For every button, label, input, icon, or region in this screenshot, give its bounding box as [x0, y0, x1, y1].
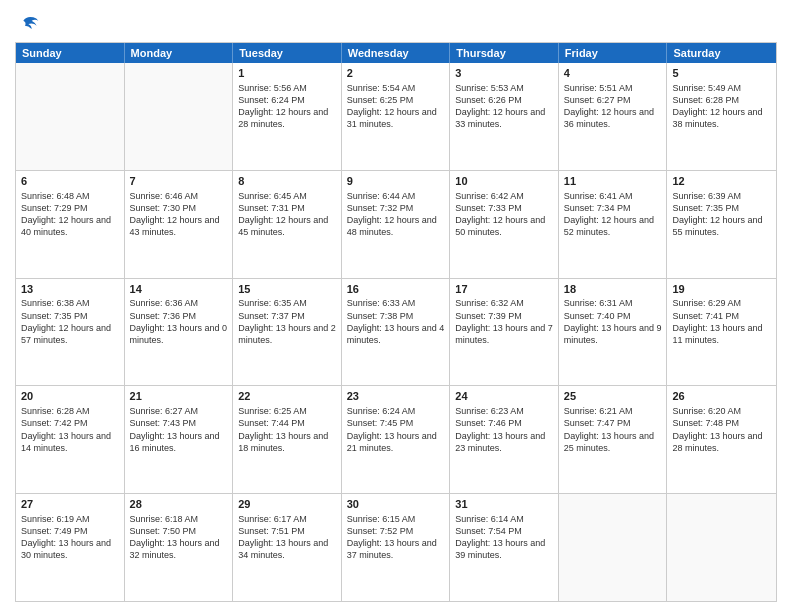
logo-text: [15, 14, 40, 34]
day-number: 24: [455, 389, 553, 404]
calendar-cell: 9Sunrise: 6:44 AM Sunset: 7:32 PM Daylig…: [342, 171, 451, 278]
day-number: 16: [347, 282, 445, 297]
cell-info: Sunrise: 6:23 AM Sunset: 7:46 PM Dayligh…: [455, 405, 553, 454]
cell-info: Sunrise: 6:21 AM Sunset: 7:47 PM Dayligh…: [564, 405, 662, 454]
calendar-cell: 14Sunrise: 6:36 AM Sunset: 7:36 PM Dayli…: [125, 279, 234, 386]
calendar-cell: [16, 63, 125, 170]
header-day-saturday: Saturday: [667, 43, 776, 63]
cell-info: Sunrise: 6:18 AM Sunset: 7:50 PM Dayligh…: [130, 513, 228, 562]
cell-info: Sunrise: 6:32 AM Sunset: 7:39 PM Dayligh…: [455, 297, 553, 346]
cell-info: Sunrise: 6:41 AM Sunset: 7:34 PM Dayligh…: [564, 190, 662, 239]
calendar-cell: 25Sunrise: 6:21 AM Sunset: 7:47 PM Dayli…: [559, 386, 668, 493]
day-number: 3: [455, 66, 553, 81]
calendar-cell: 6Sunrise: 6:48 AM Sunset: 7:29 PM Daylig…: [16, 171, 125, 278]
calendar-cell: 31Sunrise: 6:14 AM Sunset: 7:54 PM Dayli…: [450, 494, 559, 601]
calendar-week-5: 27Sunrise: 6:19 AM Sunset: 7:49 PM Dayli…: [16, 493, 776, 601]
day-number: 9: [347, 174, 445, 189]
calendar-cell: [559, 494, 668, 601]
day-number: 17: [455, 282, 553, 297]
header-day-sunday: Sunday: [16, 43, 125, 63]
day-number: 6: [21, 174, 119, 189]
calendar-cell: 26Sunrise: 6:20 AM Sunset: 7:48 PM Dayli…: [667, 386, 776, 493]
cell-info: Sunrise: 6:31 AM Sunset: 7:40 PM Dayligh…: [564, 297, 662, 346]
day-number: 20: [21, 389, 119, 404]
calendar-cell: 1Sunrise: 5:56 AM Sunset: 6:24 PM Daylig…: [233, 63, 342, 170]
cell-info: Sunrise: 6:44 AM Sunset: 7:32 PM Dayligh…: [347, 190, 445, 239]
calendar-cell: 3Sunrise: 5:53 AM Sunset: 6:26 PM Daylig…: [450, 63, 559, 170]
calendar-cell: 16Sunrise: 6:33 AM Sunset: 7:38 PM Dayli…: [342, 279, 451, 386]
calendar-cell: 30Sunrise: 6:15 AM Sunset: 7:52 PM Dayli…: [342, 494, 451, 601]
day-number: 15: [238, 282, 336, 297]
calendar-cell: 17Sunrise: 6:32 AM Sunset: 7:39 PM Dayli…: [450, 279, 559, 386]
calendar-cell: 8Sunrise: 6:45 AM Sunset: 7:31 PM Daylig…: [233, 171, 342, 278]
calendar-cell: 5Sunrise: 5:49 AM Sunset: 6:28 PM Daylig…: [667, 63, 776, 170]
calendar-cell: 21Sunrise: 6:27 AM Sunset: 7:43 PM Dayli…: [125, 386, 234, 493]
cell-info: Sunrise: 6:15 AM Sunset: 7:52 PM Dayligh…: [347, 513, 445, 562]
cell-info: Sunrise: 6:20 AM Sunset: 7:48 PM Dayligh…: [672, 405, 771, 454]
calendar-cell: 11Sunrise: 6:41 AM Sunset: 7:34 PM Dayli…: [559, 171, 668, 278]
page: SundayMondayTuesdayWednesdayThursdayFrid…: [0, 0, 792, 612]
day-number: 26: [672, 389, 771, 404]
calendar-cell: 19Sunrise: 6:29 AM Sunset: 7:41 PM Dayli…: [667, 279, 776, 386]
cell-info: Sunrise: 5:54 AM Sunset: 6:25 PM Dayligh…: [347, 82, 445, 131]
day-number: 11: [564, 174, 662, 189]
day-number: 25: [564, 389, 662, 404]
calendar-cell: 24Sunrise: 6:23 AM Sunset: 7:46 PM Dayli…: [450, 386, 559, 493]
cell-info: Sunrise: 6:42 AM Sunset: 7:33 PM Dayligh…: [455, 190, 553, 239]
calendar-cell: 15Sunrise: 6:35 AM Sunset: 7:37 PM Dayli…: [233, 279, 342, 386]
day-number: 23: [347, 389, 445, 404]
calendar-cell: 10Sunrise: 6:42 AM Sunset: 7:33 PM Dayli…: [450, 171, 559, 278]
day-number: 10: [455, 174, 553, 189]
cell-info: Sunrise: 5:51 AM Sunset: 6:27 PM Dayligh…: [564, 82, 662, 131]
calendar-cell: 7Sunrise: 6:46 AM Sunset: 7:30 PM Daylig…: [125, 171, 234, 278]
calendar-cell: [667, 494, 776, 601]
cell-info: Sunrise: 6:14 AM Sunset: 7:54 PM Dayligh…: [455, 513, 553, 562]
cell-info: Sunrise: 5:56 AM Sunset: 6:24 PM Dayligh…: [238, 82, 336, 131]
day-number: 22: [238, 389, 336, 404]
day-number: 4: [564, 66, 662, 81]
calendar-cell: 27Sunrise: 6:19 AM Sunset: 7:49 PM Dayli…: [16, 494, 125, 601]
header-day-wednesday: Wednesday: [342, 43, 451, 63]
cell-info: Sunrise: 6:38 AM Sunset: 7:35 PM Dayligh…: [21, 297, 119, 346]
calendar-cell: 28Sunrise: 6:18 AM Sunset: 7:50 PM Dayli…: [125, 494, 234, 601]
cell-info: Sunrise: 6:17 AM Sunset: 7:51 PM Dayligh…: [238, 513, 336, 562]
cell-info: Sunrise: 6:39 AM Sunset: 7:35 PM Dayligh…: [672, 190, 771, 239]
header-day-monday: Monday: [125, 43, 234, 63]
day-number: 2: [347, 66, 445, 81]
day-number: 12: [672, 174, 771, 189]
cell-info: Sunrise: 5:53 AM Sunset: 6:26 PM Dayligh…: [455, 82, 553, 131]
day-number: 1: [238, 66, 336, 81]
calendar-header: SundayMondayTuesdayWednesdayThursdayFrid…: [16, 43, 776, 63]
calendar-week-4: 20Sunrise: 6:28 AM Sunset: 7:42 PM Dayli…: [16, 385, 776, 493]
calendar-cell: 4Sunrise: 5:51 AM Sunset: 6:27 PM Daylig…: [559, 63, 668, 170]
cell-info: Sunrise: 6:29 AM Sunset: 7:41 PM Dayligh…: [672, 297, 771, 346]
calendar-cell: 2Sunrise: 5:54 AM Sunset: 6:25 PM Daylig…: [342, 63, 451, 170]
cell-info: Sunrise: 6:27 AM Sunset: 7:43 PM Dayligh…: [130, 405, 228, 454]
cell-info: Sunrise: 6:33 AM Sunset: 7:38 PM Dayligh…: [347, 297, 445, 346]
cell-info: Sunrise: 6:46 AM Sunset: 7:30 PM Dayligh…: [130, 190, 228, 239]
day-number: 28: [130, 497, 228, 512]
day-number: 30: [347, 497, 445, 512]
day-number: 8: [238, 174, 336, 189]
calendar-cell: 29Sunrise: 6:17 AM Sunset: 7:51 PM Dayli…: [233, 494, 342, 601]
logo: [15, 14, 40, 34]
day-number: 21: [130, 389, 228, 404]
cell-info: Sunrise: 6:48 AM Sunset: 7:29 PM Dayligh…: [21, 190, 119, 239]
header-day-tuesday: Tuesday: [233, 43, 342, 63]
day-number: 31: [455, 497, 553, 512]
day-number: 18: [564, 282, 662, 297]
cell-info: Sunrise: 5:49 AM Sunset: 6:28 PM Dayligh…: [672, 82, 771, 131]
cell-info: Sunrise: 6:19 AM Sunset: 7:49 PM Dayligh…: [21, 513, 119, 562]
cell-info: Sunrise: 6:25 AM Sunset: 7:44 PM Dayligh…: [238, 405, 336, 454]
header-day-thursday: Thursday: [450, 43, 559, 63]
header: [15, 10, 777, 34]
calendar: SundayMondayTuesdayWednesdayThursdayFrid…: [15, 42, 777, 602]
day-number: 29: [238, 497, 336, 512]
cell-info: Sunrise: 6:24 AM Sunset: 7:45 PM Dayligh…: [347, 405, 445, 454]
cell-info: Sunrise: 6:45 AM Sunset: 7:31 PM Dayligh…: [238, 190, 336, 239]
calendar-cell: 13Sunrise: 6:38 AM Sunset: 7:35 PM Dayli…: [16, 279, 125, 386]
calendar-week-3: 13Sunrise: 6:38 AM Sunset: 7:35 PM Dayli…: [16, 278, 776, 386]
calendar-week-2: 6Sunrise: 6:48 AM Sunset: 7:29 PM Daylig…: [16, 170, 776, 278]
calendar-cell: 12Sunrise: 6:39 AM Sunset: 7:35 PM Dayli…: [667, 171, 776, 278]
day-number: 19: [672, 282, 771, 297]
